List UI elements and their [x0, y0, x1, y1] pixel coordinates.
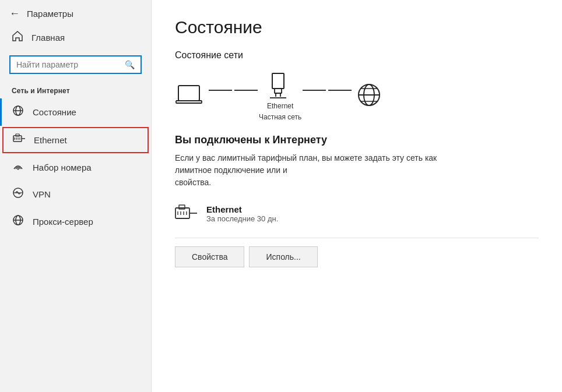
- ethernet-icon: [13, 133, 26, 147]
- router-icon-wrap: Ethernet Частная сеть: [259, 71, 301, 121]
- globe-icon: [12, 105, 24, 119]
- sidebar-item-ethernet[interactable]: Ethernet: [2, 127, 149, 153]
- page-title: Состояние: [175, 17, 539, 37]
- svg-rect-16: [178, 86, 199, 101]
- ethernet-row-icon: [175, 204, 198, 224]
- network-diagram: Ethernet Частная сеть: [175, 71, 539, 121]
- svg-point-10: [17, 168, 19, 170]
- sidebar-header: ← Параметры: [0, 0, 151, 24]
- sidebar-section-label: Сеть и Интернет: [0, 82, 151, 98]
- private-net-label: Частная сеть: [259, 113, 301, 121]
- network-status-heading: Состояние сети: [175, 50, 539, 61]
- search-box[interactable]: 🔍: [9, 55, 142, 74]
- ethernet-info-row: Ethernet За последние 30 дн.: [175, 200, 539, 227]
- properties-button[interactable]: Свойства: [175, 246, 244, 267]
- sidebar-app-title: Параметры: [27, 9, 73, 19]
- sidebar-status-label: Состояние: [33, 107, 76, 117]
- sidebar-home-label: Главная: [31, 33, 65, 43]
- ethernet-text-wrap: Ethernet За последние 30 дн.: [206, 204, 278, 223]
- description-text: Если у вас лимитный тарифный план, вы мо…: [175, 152, 443, 189]
- sidebar-vpn-label: VPN: [33, 189, 51, 199]
- vpn-icon: [12, 187, 24, 202]
- svg-rect-19: [272, 73, 284, 89]
- svg-rect-30: [179, 205, 185, 209]
- dialup-icon: [12, 161, 24, 174]
- laptop-icon-wrap: [175, 82, 208, 110]
- back-button[interactable]: ←: [9, 8, 20, 19]
- action-buttons: Свойства Исполь...: [175, 238, 539, 267]
- ethernet-sub: За последние 30 дн.: [206, 214, 278, 223]
- home-icon: [12, 30, 23, 45]
- sidebar: ← Параметры Главная 🔍 Сеть и Интернет Со…: [0, 0, 152, 392]
- connected-text: Вы подключены к Интернету: [175, 134, 539, 146]
- router-icon: [264, 71, 297, 99]
- sidebar-item-proxy[interactable]: Прокси-сервер: [0, 208, 151, 235]
- svg-rect-20: [275, 89, 282, 93]
- laptop-icon: [175, 82, 208, 110]
- sidebar-item-status[interactable]: Состояние: [0, 98, 151, 126]
- sidebar-item-vpn[interactable]: VPN: [0, 181, 151, 208]
- ethernet-diagram-label: Ethernet: [267, 102, 293, 110]
- line-router-to-internet: [301, 90, 353, 91]
- sidebar-dialup-label: Набор номера: [33, 163, 92, 172]
- main-content: Состояние Состояние сети Eth: [152, 0, 562, 392]
- search-input[interactable]: [16, 60, 125, 69]
- sidebar-item-home[interactable]: Главная: [0, 24, 151, 51]
- line-laptop-to-router: [208, 90, 259, 91]
- sidebar-ethernet-label: Ethernet: [34, 135, 67, 145]
- use-button[interactable]: Исполь...: [249, 246, 317, 267]
- proxy-icon: [12, 214, 24, 229]
- internet-icon-wrap: [353, 82, 385, 110]
- sidebar-item-dialup[interactable]: Набор номера: [0, 154, 151, 181]
- ethernet-name: Ethernet: [206, 204, 278, 214]
- internet-globe-icon: [353, 82, 385, 110]
- sidebar-proxy-label: Прокси-сервер: [33, 217, 93, 227]
- search-icon: 🔍: [125, 60, 135, 69]
